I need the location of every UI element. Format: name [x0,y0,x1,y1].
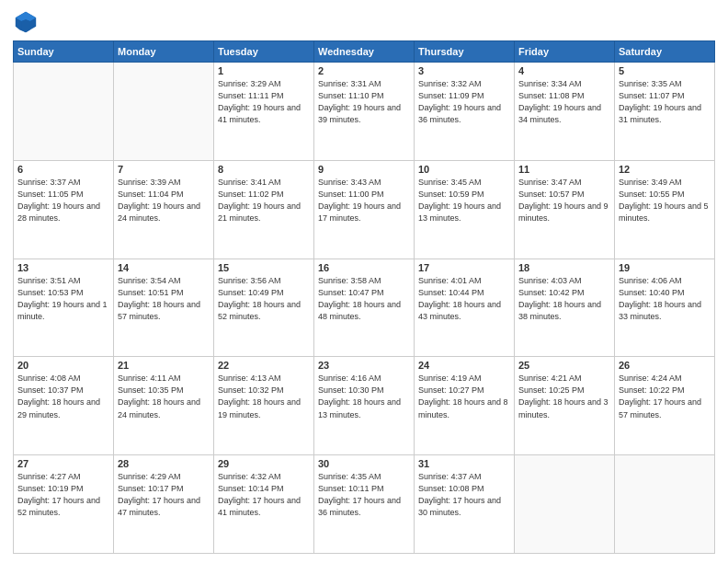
day-info: Sunrise: 4:24 AM Sunset: 10:22 PM Daylig… [619,373,711,420]
calendar-cell: 8Sunrise: 3:41 AM Sunset: 11:02 PM Dayli… [214,160,314,259]
day-info: Sunrise: 3:49 AM Sunset: 10:55 PM Daylig… [619,177,711,224]
calendar-header-saturday: Saturday [615,41,715,63]
calendar-week-4: 27Sunrise: 4:27 AM Sunset: 10:19 PM Dayl… [14,455,715,554]
day-info: Sunrise: 3:35 AM Sunset: 11:07 PM Daylig… [619,78,711,126]
day-info: Sunrise: 4:32 AM Sunset: 10:14 PM Daylig… [218,471,310,519]
day-number: 25 [518,360,610,371]
day-info: Sunrise: 3:37 AM Sunset: 11:05 PM Daylig… [17,177,109,224]
calendar-cell: 29Sunrise: 4:32 AM Sunset: 10:14 PM Dayl… [214,455,314,554]
calendar-week-1: 6Sunrise: 3:37 AM Sunset: 11:05 PM Dayli… [14,160,715,259]
day-number: 29 [218,458,310,469]
day-info: Sunrise: 3:31 AM Sunset: 11:10 PM Daylig… [318,78,410,126]
day-number: 2 [318,65,410,76]
calendar-cell: 26Sunrise: 4:24 AM Sunset: 10:22 PM Dayl… [615,357,715,455]
calendar-cell: 21Sunrise: 4:11 AM Sunset: 10:35 PM Dayl… [114,357,214,455]
calendar-cell: 15Sunrise: 3:56 AM Sunset: 10:49 PM Dayl… [214,259,314,357]
calendar-cell: 12Sunrise: 3:49 AM Sunset: 10:55 PM Dayl… [615,160,715,259]
calendar-cell [114,63,214,161]
calendar-cell: 3Sunrise: 3:32 AM Sunset: 11:09 PM Dayli… [415,63,515,161]
logo-icon [13,9,39,35]
svg-marker-2 [21,19,29,32]
day-info: Sunrise: 4:01 AM Sunset: 10:44 PM Daylig… [418,275,510,323]
day-info: Sunrise: 4:19 AM Sunset: 10:27 PM Daylig… [418,373,510,420]
day-info: Sunrise: 3:51 AM Sunset: 10:53 PM Daylig… [17,275,109,323]
logo [13,9,42,35]
calendar-cell: 16Sunrise: 3:58 AM Sunset: 10:47 PM Dayl… [314,259,415,357]
day-number: 28 [118,458,210,469]
calendar-cell: 11Sunrise: 3:47 AM Sunset: 10:57 PM Dayl… [515,160,615,259]
calendar-cell [14,63,114,161]
day-info: Sunrise: 4:11 AM Sunset: 10:35 PM Daylig… [118,373,210,420]
calendar-cell: 7Sunrise: 3:39 AM Sunset: 11:04 PM Dayli… [114,160,214,259]
calendar-week-2: 13Sunrise: 3:51 AM Sunset: 10:53 PM Dayl… [14,259,715,357]
day-info: Sunrise: 3:56 AM Sunset: 10:49 PM Daylig… [218,275,310,323]
day-info: Sunrise: 3:34 AM Sunset: 11:08 PM Daylig… [518,78,610,126]
calendar-header-wednesday: Wednesday [314,41,415,63]
day-number: 11 [518,164,610,175]
day-number: 8 [218,164,310,175]
calendar-cell: 19Sunrise: 4:06 AM Sunset: 10:40 PM Dayl… [615,259,715,357]
day-number: 4 [518,65,610,76]
calendar-cell: 6Sunrise: 3:37 AM Sunset: 11:05 PM Dayli… [14,160,114,259]
day-number: 14 [118,262,210,273]
calendar-cell: 5Sunrise: 3:35 AM Sunset: 11:07 PM Dayli… [615,63,715,161]
day-number: 6 [17,164,109,175]
calendar-cell: 14Sunrise: 3:54 AM Sunset: 10:51 PM Dayl… [114,259,214,357]
day-number: 12 [619,164,711,175]
day-number: 9 [318,164,410,175]
day-number: 23 [318,360,410,371]
calendar-week-0: 1Sunrise: 3:29 AM Sunset: 11:11 PM Dayli… [14,63,715,161]
day-info: Sunrise: 3:29 AM Sunset: 11:11 PM Daylig… [218,78,310,126]
header [13,9,715,35]
day-info: Sunrise: 3:43 AM Sunset: 11:00 PM Daylig… [318,177,410,224]
day-info: Sunrise: 4:06 AM Sunset: 10:40 PM Daylig… [619,275,711,323]
calendar-cell: 27Sunrise: 4:27 AM Sunset: 10:19 PM Dayl… [14,455,114,554]
calendar-header-thursday: Thursday [415,41,515,63]
day-info: Sunrise: 4:29 AM Sunset: 10:17 PM Daylig… [118,471,210,519]
day-number: 20 [17,360,109,371]
calendar-header-sunday: Sunday [14,41,114,63]
page: SundayMondayTuesdayWednesdayThursdayFrid… [0,0,728,563]
calendar-cell: 4Sunrise: 3:34 AM Sunset: 11:08 PM Dayli… [515,63,615,161]
day-number: 22 [218,360,310,371]
calendar-week-3: 20Sunrise: 4:08 AM Sunset: 10:37 PM Dayl… [14,357,715,455]
day-info: Sunrise: 4:08 AM Sunset: 10:37 PM Daylig… [17,373,109,420]
day-info: Sunrise: 3:39 AM Sunset: 11:04 PM Daylig… [118,177,210,224]
calendar-cell: 2Sunrise: 3:31 AM Sunset: 11:10 PM Dayli… [314,63,415,161]
day-info: Sunrise: 3:41 AM Sunset: 11:02 PM Daylig… [218,177,310,224]
day-number: 1 [218,65,310,76]
day-info: Sunrise: 4:27 AM Sunset: 10:19 PM Daylig… [17,471,109,519]
calendar-cell: 9Sunrise: 3:43 AM Sunset: 11:00 PM Dayli… [314,160,415,259]
day-number: 16 [318,262,410,273]
day-number: 30 [318,458,410,469]
day-number: 15 [218,262,310,273]
day-info: Sunrise: 3:58 AM Sunset: 10:47 PM Daylig… [318,275,410,323]
day-number: 18 [518,262,610,273]
day-number: 5 [619,65,711,76]
calendar-header-row: SundayMondayTuesdayWednesdayThursdayFrid… [14,41,715,63]
calendar-cell: 13Sunrise: 3:51 AM Sunset: 10:53 PM Dayl… [14,259,114,357]
calendar-cell: 17Sunrise: 4:01 AM Sunset: 10:44 PM Dayl… [415,259,515,357]
calendar-cell [615,455,715,554]
calendar-cell: 18Sunrise: 4:03 AM Sunset: 10:42 PM Dayl… [515,259,615,357]
day-info: Sunrise: 4:37 AM Sunset: 10:08 PM Daylig… [418,471,510,519]
calendar-cell: 20Sunrise: 4:08 AM Sunset: 10:37 PM Dayl… [14,357,114,455]
day-info: Sunrise: 4:03 AM Sunset: 10:42 PM Daylig… [518,275,610,323]
calendar-cell: 10Sunrise: 3:45 AM Sunset: 10:59 PM Dayl… [415,160,515,259]
calendar-cell: 31Sunrise: 4:37 AM Sunset: 10:08 PM Dayl… [415,455,515,554]
day-number: 10 [418,164,510,175]
day-number: 24 [418,360,510,371]
day-info: Sunrise: 3:32 AM Sunset: 11:09 PM Daylig… [418,78,510,126]
day-info: Sunrise: 4:35 AM Sunset: 10:11 PM Daylig… [318,471,410,519]
calendar-cell: 24Sunrise: 4:19 AM Sunset: 10:27 PM Dayl… [415,357,515,455]
day-number: 27 [17,458,109,469]
day-info: Sunrise: 4:16 AM Sunset: 10:30 PM Daylig… [318,373,410,420]
day-info: Sunrise: 4:21 AM Sunset: 10:25 PM Daylig… [518,373,610,420]
calendar-cell: 22Sunrise: 4:13 AM Sunset: 10:32 PM Dayl… [214,357,314,455]
calendar-cell: 1Sunrise: 3:29 AM Sunset: 11:11 PM Dayli… [214,63,314,161]
day-number: 31 [418,458,510,469]
calendar-header-friday: Friday [515,41,615,63]
day-number: 3 [418,65,510,76]
calendar-header-tuesday: Tuesday [214,41,314,63]
day-number: 17 [418,262,510,273]
